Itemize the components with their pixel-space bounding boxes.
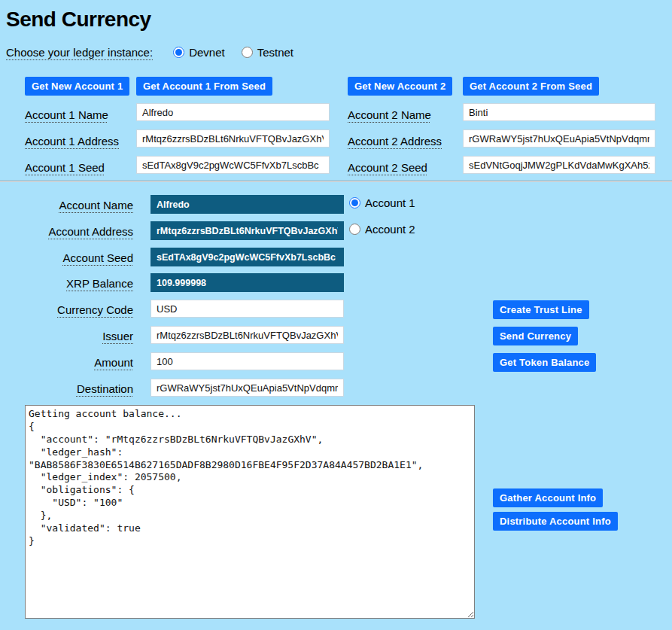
account1-seed-label: Account 1 Seed bbox=[25, 161, 105, 174]
ledger-instance-chooser: Choose your ledger instance: Devnet Test… bbox=[6, 46, 293, 59]
account2-name-label: Account 2 Name bbox=[348, 108, 431, 121]
account1-select-radio-group: Account 1 bbox=[349, 196, 415, 209]
destination-input[interactable] bbox=[151, 379, 344, 397]
send-currency-page: Send Currency Choose your ledger instanc… bbox=[0, 0, 672, 630]
send-currency-button[interactable]: Send Currency bbox=[493, 327, 578, 345]
amount-input[interactable] bbox=[151, 352, 344, 370]
account-name-label: Account Name bbox=[0, 199, 133, 212]
create-trust-line-button[interactable]: Create Trust Line bbox=[493, 300, 589, 319]
distribute-account-info-button[interactable]: Distribute Account Info bbox=[493, 512, 618, 531]
account-seed-field[interactable] bbox=[151, 248, 344, 266]
account-address-field[interactable] bbox=[151, 221, 344, 240]
testnet-radio-label: Testnet bbox=[257, 46, 293, 59]
account2-address-input[interactable] bbox=[463, 129, 655, 148]
account2-seed-label: Account 2 Seed bbox=[348, 161, 427, 174]
account1-select-label: Account 1 bbox=[365, 196, 415, 209]
account2-name-input[interactable] bbox=[463, 103, 655, 121]
testnet-radio-group: Testnet bbox=[242, 46, 293, 59]
account1-name-label: Account 1 Name bbox=[25, 108, 108, 121]
results-textarea[interactable]: Getting account balance... { "account": … bbox=[25, 405, 475, 619]
gather-account-info-button[interactable]: Gather Account Info bbox=[493, 488, 603, 507]
get-new-account2-button[interactable]: Get New Account 2 bbox=[348, 77, 452, 96]
account-seed-label: Account Seed bbox=[0, 251, 133, 264]
account2-address-label: Account 2 Address bbox=[348, 135, 442, 148]
issuer-input[interactable] bbox=[151, 326, 344, 344]
account1-address-label: Account 1 Address bbox=[25, 135, 119, 148]
destination-label: Destination bbox=[0, 382, 133, 395]
amount-label: Amount bbox=[0, 356, 133, 369]
account1-select-radio[interactable] bbox=[349, 197, 360, 208]
issuer-label: Issuer bbox=[0, 330, 133, 342]
ledger-instance-label: Choose your ledger instance: bbox=[6, 46, 153, 59]
currency-code-input[interactable] bbox=[151, 300, 344, 318]
section-divider bbox=[0, 181, 672, 182]
currency-code-label: Currency Code bbox=[0, 303, 133, 316]
account2-select-radio[interactable] bbox=[349, 224, 360, 235]
xrp-balance-field[interactable] bbox=[151, 273, 344, 292]
account2-select-label: Account 2 bbox=[365, 223, 415, 236]
devnet-radio-label: Devnet bbox=[189, 46, 225, 59]
testnet-radio[interactable] bbox=[242, 47, 253, 58]
account2-seed-input[interactable] bbox=[463, 156, 655, 174]
account1-address-input[interactable] bbox=[136, 129, 330, 148]
get-account1-from-seed-button[interactable]: Get Account 1 From Seed bbox=[136, 77, 272, 96]
account-name-field[interactable] bbox=[151, 195, 344, 214]
account1-name-input[interactable] bbox=[136, 103, 330, 121]
get-new-account1-button[interactable]: Get New Account 1 bbox=[25, 77, 129, 96]
devnet-radio[interactable] bbox=[173, 47, 184, 58]
xrp-balance-label: XRP Balance bbox=[0, 277, 133, 290]
devnet-radio-group: Devnet bbox=[173, 46, 225, 59]
account2-select-radio-group: Account 2 bbox=[349, 223, 415, 236]
account1-seed-input[interactable] bbox=[136, 156, 330, 174]
get-token-balance-button[interactable]: Get Token Balance bbox=[493, 353, 596, 372]
page-title: Send Currency bbox=[0, 0, 672, 32]
get-account2-from-seed-button[interactable]: Get Account 2 From Seed bbox=[463, 77, 599, 96]
account-address-label: Account Address bbox=[0, 225, 133, 238]
